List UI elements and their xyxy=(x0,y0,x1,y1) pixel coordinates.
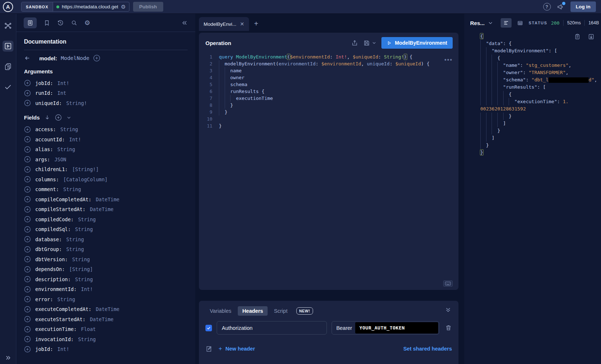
header-key-input[interactable]: Authorization xyxy=(217,321,327,335)
response-options-chevron-icon[interactable] xyxy=(488,20,493,25)
field-type[interactable]: String xyxy=(60,126,78,132)
field-name[interactable]: compiledCode: xyxy=(35,217,74,222)
field-type[interactable]: Float xyxy=(81,326,96,332)
new-tab-icon[interactable]: + xyxy=(254,20,259,31)
search-icon[interactable] xyxy=(71,20,77,26)
add-to-query-icon[interactable] xyxy=(24,296,31,303)
add-to-query-icon[interactable] xyxy=(24,346,31,353)
field-type[interactable]: DateTime xyxy=(90,206,113,212)
header-enabled-checkbox[interactable] xyxy=(205,325,212,331)
collapse-request-panel-icon[interactable] xyxy=(445,307,451,313)
tab-headers[interactable]: Headers xyxy=(238,306,267,316)
field-name[interactable]: uniqueId: xyxy=(35,100,62,106)
add-to-query-icon[interactable] xyxy=(24,136,31,143)
endpoint-url-field[interactable]: https://metadata.cloud.get ⚙ xyxy=(53,2,129,11)
raw-view-icon[interactable] xyxy=(501,18,512,28)
delete-header-icon[interactable] xyxy=(444,324,452,331)
field-type[interactable]: [String] xyxy=(69,266,93,272)
field-name[interactable]: dbtVersion: xyxy=(35,256,68,262)
add-to-query-icon[interactable] xyxy=(24,166,31,173)
field-name[interactable]: dbtGroup: xyxy=(35,246,62,252)
add-to-query-icon[interactable] xyxy=(24,156,31,163)
keyboard-shortcuts-icon[interactable] xyxy=(443,280,453,287)
add-to-query-icon[interactable] xyxy=(24,80,31,86)
field-name[interactable]: error: xyxy=(35,296,53,302)
add-to-query-icon[interactable] xyxy=(24,306,31,313)
tab-variables[interactable]: Variables xyxy=(205,306,236,316)
field-type[interactable]: Int! xyxy=(57,346,69,352)
editor-more-menu-icon[interactable]: ••• xyxy=(444,57,453,63)
field-name[interactable]: environmentId: xyxy=(35,286,77,292)
download-response-icon[interactable] xyxy=(588,33,594,40)
add-all-fields-icon[interactable] xyxy=(55,114,62,121)
field-type[interactable]: String xyxy=(57,296,75,302)
field-type[interactable]: DateTime xyxy=(96,197,119,202)
graph-icon[interactable] xyxy=(3,20,13,31)
add-to-query-icon[interactable] xyxy=(24,146,31,153)
set-shared-headers-link[interactable]: Set shared headers xyxy=(403,346,452,352)
field-name[interactable]: database: xyxy=(35,236,62,242)
field-name[interactable]: jobId: xyxy=(35,346,53,352)
field-type[interactable]: Int! xyxy=(57,80,69,86)
add-to-query-icon[interactable] xyxy=(24,206,31,213)
add-field-icon[interactable] xyxy=(93,54,100,62)
field-name[interactable]: description: xyxy=(35,276,71,282)
add-to-query-icon[interactable] xyxy=(24,126,31,133)
add-to-query-icon[interactable] xyxy=(24,90,31,97)
field-name[interactable]: access: xyxy=(35,126,56,132)
field-type[interactable]: DateTime xyxy=(90,316,113,322)
save-options-chevron-icon[interactable] xyxy=(372,41,376,45)
explorer-icon[interactable] xyxy=(3,41,13,52)
add-to-query-icon[interactable] xyxy=(24,196,31,203)
add-to-query-icon[interactable] xyxy=(24,256,31,263)
save-operation-icon[interactable] xyxy=(363,40,370,46)
add-to-query-icon[interactable] xyxy=(24,316,31,323)
settings-icon[interactable]: ⚙ xyxy=(84,20,90,26)
field-name[interactable]: compileCompletedAt: xyxy=(35,197,91,202)
add-to-query-icon[interactable] xyxy=(24,266,31,273)
publish-button[interactable]: Publish xyxy=(133,2,163,12)
field-name[interactable]: alias: xyxy=(35,146,53,152)
sort-fields-icon[interactable] xyxy=(44,114,50,120)
add-to-query-icon[interactable] xyxy=(24,226,31,233)
run-operation-button[interactable]: ModelByEnvironment xyxy=(381,37,453,49)
field-name[interactable]: childrenL1: xyxy=(35,166,68,172)
field-type[interactable]: String xyxy=(78,336,96,342)
add-to-query-icon[interactable] xyxy=(24,236,31,243)
collapse-docs-icon[interactable] xyxy=(181,20,188,26)
field-name[interactable]: jobId: xyxy=(35,80,53,86)
operation-tab[interactable]: ModelByEnvi... ✕ xyxy=(199,17,249,31)
field-name[interactable]: executionTime: xyxy=(35,326,77,332)
field-type[interactable]: Int xyxy=(57,90,66,96)
endpoint-url[interactable]: https://metadata.cloud.get xyxy=(62,4,118,9)
field-type[interactable]: String xyxy=(75,276,93,282)
response-json[interactable]: {"data": {"modelByEnvironment": [{"name"… xyxy=(480,33,595,156)
field-type[interactable]: String xyxy=(63,186,81,192)
breadcrumb-type[interactable]: ModelNode xyxy=(61,55,89,61)
login-button[interactable]: Log in xyxy=(570,1,596,12)
add-to-query-icon[interactable] xyxy=(24,100,31,106)
connection-settings-icon[interactable]: ⚙ xyxy=(121,4,125,9)
share-operation-icon[interactable] xyxy=(351,40,358,46)
field-name[interactable]: executeCompletedAt: xyxy=(35,306,91,312)
field-type[interactable]: JSON xyxy=(55,157,67,162)
field-type[interactable]: String xyxy=(78,217,96,222)
tab-script[interactable]: Script xyxy=(270,306,292,316)
field-type[interactable]: [CatalogColumn] xyxy=(63,177,108,182)
add-to-query-icon[interactable] xyxy=(24,326,31,333)
checks-icon[interactable] xyxy=(3,81,13,92)
field-type[interactable]: Int! xyxy=(81,286,93,292)
add-to-query-icon[interactable] xyxy=(24,186,31,193)
table-view-icon[interactable] xyxy=(514,18,525,28)
field-type[interactable]: String xyxy=(66,246,84,252)
add-to-query-icon[interactable] xyxy=(24,176,31,183)
field-name[interactable]: columns: xyxy=(35,177,59,182)
announcements-icon[interactable] xyxy=(557,3,564,11)
header-value-input[interactable]: Bearer YOUR_AUTH_TOKEN xyxy=(332,321,439,335)
changelog-icon[interactable] xyxy=(3,61,13,72)
back-arrow-icon[interactable] xyxy=(24,55,31,61)
apollo-logo[interactable]: A xyxy=(0,2,16,12)
field-name[interactable]: compiledSql: xyxy=(35,226,71,232)
field-type[interactable]: String xyxy=(75,226,93,232)
field-type[interactable]: String xyxy=(72,256,90,262)
